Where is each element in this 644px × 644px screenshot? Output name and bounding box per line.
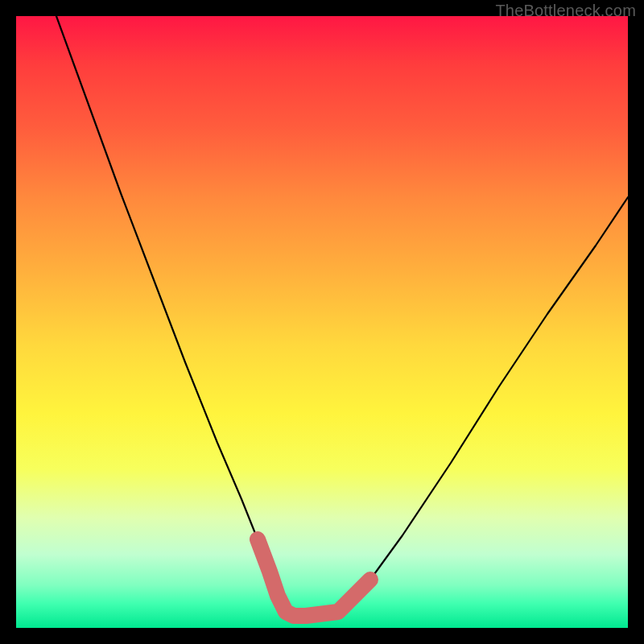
- bottleneck-bottom-highlight: [258, 539, 370, 616]
- watermark-text: TheBottleneck.com: [495, 2, 636, 20]
- chart-curve-layer: [16, 16, 628, 628]
- bottleneck-curve-path: [56, 16, 628, 616]
